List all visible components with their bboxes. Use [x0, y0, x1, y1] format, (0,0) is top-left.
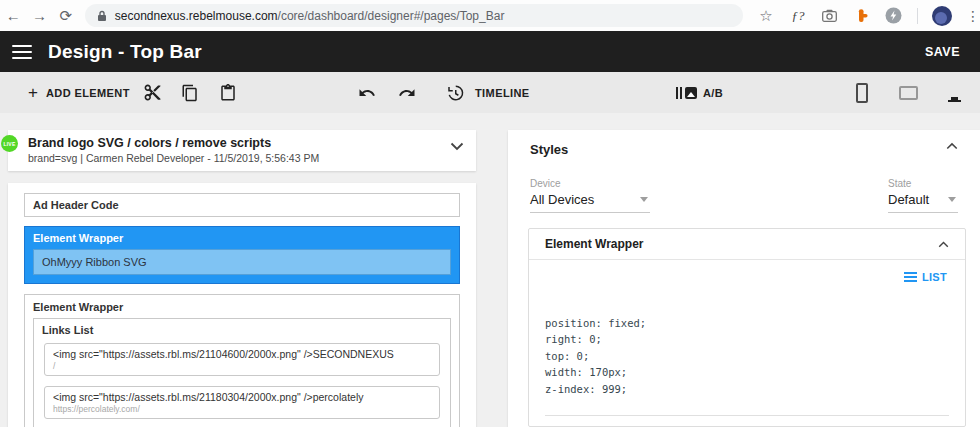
live-badge: LIVE [1, 135, 18, 152]
fx-extension-icon[interactable]: ƒ? [789, 7, 807, 25]
cut-icon[interactable] [140, 81, 164, 105]
css-line: position: fixed; [545, 315, 951, 331]
list-icon [904, 272, 917, 282]
app-header: Design - Top Bar SAVE [0, 31, 980, 72]
chevron-up-icon[interactable] [946, 142, 958, 150]
tablet-preview-icon[interactable] [896, 81, 920, 105]
timeline-button[interactable]: TIMELINE [443, 72, 530, 113]
url-path: /core/dashboard/designer#/pages/Top_Bar [278, 9, 505, 23]
phone-preview-icon[interactable] [850, 81, 874, 105]
element-wrapper-2[interactable]: Element Wrapper Links List <img src="htt… [24, 294, 460, 427]
chevron-down-icon[interactable] [450, 142, 464, 151]
browser-menu-icon[interactable]: ⋮ [966, 8, 980, 24]
ab-test-icon [676, 87, 682, 99]
revision-title: Brand logo SVG / colors / remove scripts [28, 136, 271, 150]
hamburger-menu-icon[interactable] [12, 45, 32, 59]
divider [545, 415, 949, 416]
styles-title: Styles [530, 142, 568, 157]
chevron-up-icon[interactable] [938, 241, 949, 248]
browser-forward-button[interactable]: → [26, 2, 52, 30]
browser-back-button[interactable]: ← [0, 2, 26, 30]
section-title: Element Wrapper [545, 237, 938, 251]
element-ohmyyy-ribbon-svg[interactable]: OhMyyy Ribbon SVG [33, 249, 451, 275]
save-button[interactable]: SAVE [925, 45, 960, 59]
camera-extension-icon[interactable] [821, 7, 839, 25]
paste-icon[interactable] [216, 81, 240, 105]
state-select[interactable]: Default [888, 189, 958, 213]
chevron-down-icon [640, 197, 648, 202]
link-item[interactable]: <img src="https://assets.rbl.ms/21104600… [44, 343, 440, 376]
chevron-down-icon [948, 197, 956, 202]
lock-icon [97, 10, 107, 22]
device-label: Device [530, 178, 650, 189]
element-links-list[interactable]: Links List <img src="https://assets.rbl.… [33, 318, 451, 427]
state-label: State [888, 178, 958, 189]
element-wrapper-styles-card: Element Wrapper LIST position: fixed; ri… [528, 228, 966, 427]
revision-header[interactable]: LIVE Brand logo SVG / colors / remove sc… [8, 130, 476, 171]
css-line: right: 0; [545, 331, 951, 347]
bookmark-star-icon[interactable]: ☆ [757, 7, 775, 25]
css-editor[interactable]: position: fixed; right: 0; top: 0; width… [545, 315, 951, 397]
copy-icon[interactable] [178, 81, 202, 105]
address-bar[interactable]: secondnexus.rebelmouse.com/core/dashboar… [85, 4, 743, 27]
add-element-button[interactable]: + ADD ELEMENT [28, 72, 130, 113]
designer-toolbar: + ADD ELEMENT TIMELI [0, 72, 980, 113]
element-wrapper-selected[interactable]: Element Wrapper OhMyyy Ribbon SVG [24, 226, 460, 284]
revision-subtitle: brand=svg | Carmen Rebel Developer - 11/… [28, 152, 319, 164]
hydrant-extension-icon[interactable] [853, 7, 871, 25]
url-domain: secondnexus.rebelmouse.com [115, 9, 278, 23]
css-line: top: 0; [545, 348, 951, 364]
divider [917, 8, 918, 24]
browser-chrome: ← → ⟳ secondnexus.rebelmouse.com/core/da… [0, 0, 980, 31]
undo-icon[interactable] [355, 81, 379, 105]
css-line: width: 170px; [545, 364, 951, 380]
css-line: z-index: 999; [545, 381, 951, 397]
profile-avatar[interactable] [932, 6, 952, 26]
plus-icon: + [28, 84, 38, 101]
history-clock-icon [443, 81, 467, 105]
link-item[interactable]: <img src="https://assets.rbl.ms/21180304… [44, 386, 440, 419]
lightning-extension-icon[interactable] [885, 7, 903, 25]
list-mode-button[interactable]: LIST [904, 271, 947, 283]
element-tree-panel: Ad Header Code Element Wrapper OhMyyy Ri… [8, 183, 476, 427]
page-title: Design - Top Bar [48, 41, 202, 63]
device-select[interactable]: All Devices [530, 189, 650, 213]
element-ad-header-code[interactable]: Ad Header Code [24, 193, 460, 217]
browser-reload-button[interactable]: ⟳ [53, 2, 79, 30]
desktop-preview-icon[interactable] [942, 81, 966, 105]
styles-panel: Styles Device All Devices State Default … [508, 130, 980, 427]
ab-test-button[interactable]: A/B [676, 72, 723, 113]
page: ← → ⟳ secondnexus.rebelmouse.com/core/da… [0, 0, 980, 427]
redo-icon[interactable] [395, 81, 419, 105]
